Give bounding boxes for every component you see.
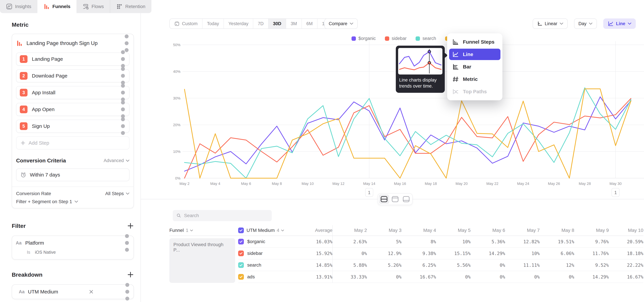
tab-funnels[interactable]: Funnels <box>38 0 76 13</box>
step-kebab-menu-icon[interactable] <box>120 72 126 79</box>
compare-button[interactable]: Compare <box>324 18 358 29</box>
average-column-header[interactable]: Average <box>296 225 332 236</box>
svg-text:May 2: May 2 <box>180 182 190 186</box>
date-column-header[interactable]: May 3 <box>367 225 402 236</box>
table-only-view-icon <box>402 196 410 203</box>
breakdown-column-header[interactable]: UTM Medium4 <box>238 225 296 236</box>
svg-text:40%: 40% <box>173 70 180 74</box>
filter-segment-dropdown[interactable]: Filter + Segment on Step 1 <box>16 199 130 204</box>
value-cell: 6.25% <box>402 260 436 271</box>
breakdown-property-name[interactable]: UTM Medium <box>28 289 58 294</box>
tab-insights[interactable]: Insights <box>0 0 38 13</box>
step-kebab-menu-icon[interactable] <box>120 123 126 130</box>
add-filter-button[interactable] <box>127 222 134 229</box>
property-type-icon: Aa <box>16 240 22 246</box>
add-step-button[interactable]: Add Step <box>16 136 130 150</box>
date-column-header[interactable]: May 4 <box>402 225 436 236</box>
step-number-badge: 5 <box>20 122 28 130</box>
value-cell: 14.29% <box>574 271 609 283</box>
top-paths-icon <box>452 88 459 95</box>
menu-item-bar[interactable]: Bar <box>449 61 500 72</box>
funnel-step-5[interactable]: 5 Sign Up <box>16 120 130 133</box>
value-cell: 11.76% <box>574 248 609 260</box>
chart-type-dropdown-button[interactable]: Line <box>603 18 636 29</box>
all-steps-dropdown[interactable]: All Steps <box>105 191 130 196</box>
funnels-icon <box>44 3 50 10</box>
menu-item-funnel-steps[interactable]: Funnel Steps <box>449 36 500 48</box>
value-cell: 2.63% <box>332 236 367 248</box>
date-column-header[interactable]: May 2 <box>332 225 367 236</box>
series-checkbox[interactable] <box>238 250 244 256</box>
value-cell: 12% <box>540 260 574 271</box>
svg-text:May 4: May 4 <box>210 182 220 186</box>
sidebar: InsightsFunnelsFlowsRetention Metric Lan… <box>0 0 141 302</box>
date-column-header[interactable]: May 6 <box>470 225 505 236</box>
svg-text:May 18: May 18 <box>425 182 437 186</box>
select-all-checkbox[interactable] <box>238 228 244 233</box>
step-kebab-menu-icon[interactable] <box>120 106 126 113</box>
filter-operator[interactable]: Is <box>27 250 30 255</box>
series-name-cell: ads <box>238 271 296 283</box>
remove-breakdown-icon[interactable] <box>88 289 94 295</box>
funnel-trend-line-chart[interactable]: 0%10%20%30%40%50%May 2May 4May 6May 8May… <box>141 35 644 200</box>
interval-dropdown-button[interactable]: Day <box>574 18 597 29</box>
main-canvas: CustomTodayYesterday7D30D3M6M12M Compare… <box>141 0 644 302</box>
chart-only-view-button[interactable] <box>390 194 400 204</box>
funnel-step-3[interactable]: 3 App Install <box>16 86 130 99</box>
svg-text:May 16: May 16 <box>394 182 406 186</box>
funnel-step-4[interactable]: 4 App Open <box>16 103 130 116</box>
table-only-view-button[interactable] <box>401 194 412 204</box>
date-column-header[interactable]: May 8 <box>540 225 574 236</box>
date-column-header[interactable]: May 10 <box>609 225 643 236</box>
filter-property-name[interactable]: Platform <box>25 240 44 246</box>
range-7d[interactable]: 7D <box>253 19 268 28</box>
filter-value[interactable]: iOS Native <box>35 250 56 255</box>
series-checkbox[interactable] <box>238 274 244 280</box>
funnel-step-1[interactable]: 1 Landing Page <box>16 52 130 66</box>
chart-type-tooltip: Line charts display trends over time. <box>396 46 445 93</box>
range-3m[interactable]: 3M <box>286 19 302 28</box>
chevron-down-icon <box>628 22 632 25</box>
flows-icon <box>82 3 89 10</box>
tab-flows[interactable]: Flows <box>76 0 110 13</box>
annotation-badge[interactable]: 1 <box>612 188 619 197</box>
funnel-metric-icon <box>16 40 23 47</box>
line-icon <box>452 51 459 58</box>
retention-icon <box>116 3 122 10</box>
annotation-badge[interactable]: 1 <box>366 188 373 197</box>
split-view-button[interactable] <box>379 194 389 204</box>
range-yesterday[interactable]: Yesterday <box>224 19 253 28</box>
step-kebab-menu-icon[interactable] <box>120 89 126 96</box>
add-breakdown-button[interactable] <box>127 271 134 278</box>
search-input[interactable] <box>184 213 268 218</box>
svg-text:May 10: May 10 <box>302 182 314 186</box>
value-cell: 9.52% <box>574 260 609 271</box>
filter-kebab-menu-icon[interactable] <box>124 240 130 246</box>
date-column-header[interactable]: May 9 <box>574 225 609 236</box>
funnel-column-header[interactable]: Funnel1 <box>170 225 238 236</box>
series-checkbox[interactable] <box>238 239 244 244</box>
menu-item-metric[interactable]: Metric <box>449 74 500 85</box>
step-kebab-menu-icon[interactable] <box>120 56 126 62</box>
date-column-header[interactable]: May 7 <box>505 225 540 236</box>
breakdown-kebab-menu-icon[interactable] <box>124 288 130 295</box>
conversion-window-button[interactable]: Within 7 days <box>16 168 130 181</box>
date-column-header[interactable]: May 5 <box>436 225 470 236</box>
metric-icon <box>452 76 459 82</box>
step-label: App Open <box>32 106 54 112</box>
scale-dropdown-button[interactable]: Linear <box>533 18 568 29</box>
menu-item-line[interactable]: Line <box>449 49 500 60</box>
range-custom[interactable]: Custom <box>170 19 202 28</box>
series-checkbox[interactable] <box>238 262 244 268</box>
range-label: Custom <box>182 21 198 26</box>
range-today[interactable]: Today <box>202 19 224 28</box>
value-cell: 5.56% <box>436 260 470 271</box>
range-30d[interactable]: 30D <box>268 19 286 28</box>
value-cell: 18.18% <box>609 248 643 260</box>
funnel-step-2[interactable]: 2 Download Page <box>16 69 130 82</box>
advanced-dropdown[interactable]: Advanced <box>104 158 130 163</box>
svg-text:May 20: May 20 <box>456 182 468 186</box>
funnel-group-cell[interactable]: Product Viewed through P... <box>170 238 235 283</box>
metric-kebab-menu-icon[interactable] <box>124 40 130 47</box>
range-6m[interactable]: 6M <box>302 19 317 28</box>
